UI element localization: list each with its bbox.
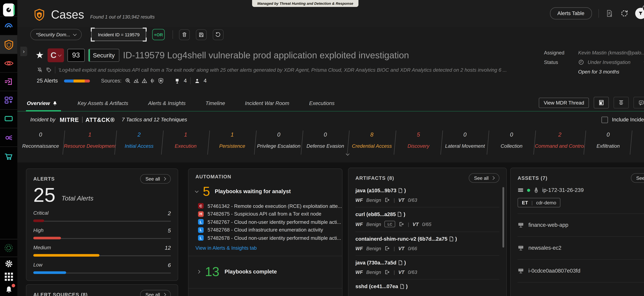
cortex-logo[interactable] [3,3,14,16]
search-analytics-icon[interactable] [125,78,131,84]
asset-item[interactable]: i-0cdce0aa0807e03fd [518,260,644,283]
tactic-command-and-control[interactable]: 2 Command and Control [535,130,585,154]
tab-actions: View MDR Thread [539,97,644,108]
share-icon[interactable] [384,246,390,251]
sidebar-item-broker[interactable] [0,128,17,146]
incident-description: 'Log4shell exploit and suspicious API ca… [58,67,507,73]
delete-filter-button[interactable] [179,29,190,40]
playbooks-waiting-row[interactable]: 5 Playbooks waiting for analyst [196,184,342,198]
share-icon[interactable] [384,269,390,275]
comments-button[interactable] [634,97,644,108]
playbook-item[interactable]: H 57482675 - Suspicious API call from a … [198,211,342,217]
layout-toggle-button[interactable] [594,97,609,108]
app-root: Managed by Threat Hunting and Detection … [0,0,644,296]
tactic-impact[interactable]: 0 Impact [632,130,644,154]
sidebar-item-settings[interactable] [0,257,17,270]
sidebar-item-notifications[interactable] [0,283,17,296]
playbook-item[interactable]: L 57482767 - Cloud non-user identity per… [198,219,342,225]
audio-alert-icon[interactable] [150,78,156,84]
collapse-caret[interactable] [17,154,644,162]
alerts-card: ALERTS See all 25 Total Alerts Critical2… [26,168,178,281]
artifact-item[interactable]: java (a105...9b73 ) WF Benign | VT 0/63 [356,184,500,208]
file-icon [449,236,454,242]
artifact-item[interactable]: sshd (ce41...07ea ) [356,280,500,294]
sidebar-item-pulse[interactable] [0,239,17,257]
scrollbar[interactable] [502,187,504,248]
tactic-privilege-escalation[interactable]: 0 Privilege Escalation [256,130,302,154]
artifact-item[interactable]: curl (eb85...a285 ) WF Benign LC | VT 0/… [356,207,500,232]
asset-item[interactable]: finance-web-app [518,214,644,237]
tactic-resource-development[interactable]: 1 Resource Development [64,130,116,154]
tab-executions[interactable]: Executions [309,100,334,111]
assigned-value[interactable]: Kevin Mastin (kmastin@palo... [578,50,644,55]
artifact-item[interactable]: containerd-shim-runc-v2 (6b7d...2a75 ) W… [356,232,500,256]
funnel-icon [638,10,644,16]
sync-icon[interactable] [620,9,628,18]
playbook-item[interactable]: L 57482768 - Cloud infrastructure enumer… [198,227,342,233]
flag-icon[interactable] [174,78,180,84]
view-alerts-insights-link[interactable]: View in Alerts & Insights tab [196,246,342,251]
share-icon[interactable] [384,197,390,203]
insights-checkbox[interactable] [602,116,608,123]
sidebar-item-marketplace[interactable] [0,146,17,165]
tactic-execution[interactable]: 1 Execution [162,130,209,154]
tactic-credential-access[interactable]: 8 Credential Access [349,130,395,154]
artifacts-see-all-button[interactable]: See all [469,173,499,183]
file-icon [398,212,402,217]
severity-letter-badge: L [198,219,204,225]
tactic-defense-evasion[interactable]: 0 Defense Evasion [302,130,348,154]
playbooks-complete-row[interactable]: 13 Playbooks complete [197,265,342,279]
boxes-plus-icon [4,95,14,105]
playbook-item[interactable]: C 57461342 - Remote code execution (RCE)… [198,203,342,209]
artifact-item[interactable]: java (730a...7a5d ) WF Benign | VT 0/63 [356,256,500,280]
saved-filter-dropdown[interactable]: *Security Dom... [30,29,82,40]
sidebar-expand-button[interactable]: › [20,47,27,56]
assets-see-all-button[interactable]: See all [631,173,644,183]
alerts-see-all-button[interactable]: See all [140,174,171,184]
sidebar-item-endpoints[interactable] [0,109,17,128]
tactic-initial-access[interactable]: 2 Initial Access [116,130,162,154]
tag-icon[interactable] [46,67,52,73]
asset-item-primary[interactable]: ip-172-31-26-239 ET | cdr-demo [518,183,644,214]
reset-filter-button[interactable] [213,29,224,40]
tactic-collection[interactable]: 0 Collection [488,130,535,154]
save-filter-button[interactable] [196,29,206,40]
asset-item[interactable]: newsales-ec2 [518,237,644,260]
shield-source-icon[interactable] [158,78,164,84]
sidebar-item-cases[interactable] [0,35,17,53]
sidebar-item-threat-intel[interactable] [0,53,17,72]
severity-badge[interactable]: C [48,48,64,62]
person-icon[interactable] [194,78,200,84]
alerts-table-button[interactable]: Alerts Table [550,7,592,19]
alert-sources-see-all-button[interactable]: See all [140,290,171,296]
tactic-persistence[interactable]: 1 Persistence [209,130,256,154]
tactic-lateral-movement[interactable]: 0 Lateral Movement [442,130,488,154]
status-value[interactable]: Under Investigation [578,59,644,65]
tactic-exfiltration[interactable]: 0 Exfiltration [585,130,632,154]
share-icon[interactable] [399,221,404,227]
playbook-item[interactable]: L 57482678 - Cloud non-user identity per… [198,235,342,241]
add-or-filter-button[interactable]: +OR [152,29,164,40]
tab-timeline[interactable]: Timeline [206,100,225,111]
pin-slash-icon[interactable] [37,67,43,73]
tab-key-assets-artifacts[interactable]: Key Assets & Artifacts [78,100,128,111]
tab-overview[interactable]: Overview [27,100,58,111]
tactic-reconnaissance[interactable]: 0 Reconnaissance [17,130,64,154]
query-chip[interactable]: Incident ID = 119579 [92,28,146,41]
sidebar-item-network[interactable] [0,16,17,35]
include-insights-control[interactable]: Include Incident Insights [602,116,644,123]
warning-triangle-icon[interactable] [142,78,148,84]
sidebar-item-add-widgets[interactable] [0,91,17,109]
star-icon[interactable]: ★ [36,50,44,60]
analytics-bioc-icon[interactable] [133,78,139,84]
report-export-icon[interactable] [605,9,613,18]
tab-incident-war-room[interactable]: Incident War Room [245,100,289,111]
user-avatar[interactable]: 1 [635,8,644,19]
view-mdr-thread-button[interactable]: View MDR Thread [539,97,589,108]
tactic-discovery[interactable]: 5 Discovery [395,130,442,154]
query-chip-label: Incident ID = 119579 [98,32,140,37]
tab-alerts-insights[interactable]: Alerts & Insights [148,100,186,111]
list-view-button[interactable] [614,97,629,108]
sidebar-item-automation[interactable] [0,72,17,91]
sidebar-item-apps[interactable] [0,270,17,283]
